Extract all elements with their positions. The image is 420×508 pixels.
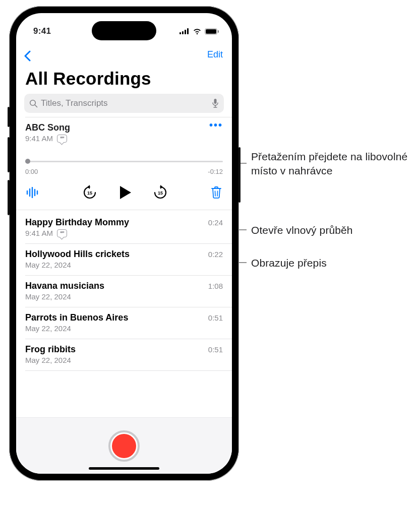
play-button[interactable] [118, 185, 132, 200]
playback-scrubber[interactable] [25, 157, 223, 170]
list-item[interactable]: Hollywood Hills crickets 0:22 May 22, 20… [16, 244, 232, 275]
scrubber-track [25, 161, 223, 162]
rewind-15-icon: 15 [82, 184, 98, 201]
callout-transcript: Obrazuje přepis [251, 256, 327, 270]
callout-drag: Přetažením přejdete na libovolné místo v… [251, 150, 412, 177]
item-duration: 0:51 [208, 345, 223, 354]
search-icon [29, 99, 38, 108]
status-time: 9:41 [33, 26, 51, 36]
svg-text:15: 15 [87, 190, 92, 196]
trash-icon [211, 186, 222, 199]
expanded-title: ABC Song [25, 122, 70, 133]
more-button[interactable]: ••• [209, 122, 223, 128]
record-button[interactable] [108, 430, 140, 462]
wifi-icon [193, 28, 202, 35]
svg-point-7 [30, 100, 36, 105]
item-meta: May 22, 2024 [25, 356, 71, 364]
search-field[interactable]: Titles, Transcripts [24, 94, 224, 113]
item-meta: 9:41 AM [25, 229, 53, 237]
side-button-power [238, 147, 241, 203]
item-meta: May 22, 2024 [25, 292, 71, 301]
dictation-icon[interactable] [212, 98, 219, 108]
scrubber-knob[interactable] [25, 159, 30, 164]
item-duration: 1:08 [208, 282, 223, 290]
rewind-15-button[interactable]: 15 [82, 184, 98, 201]
list-item[interactable]: Frog ribbits 0:51 May 22, 2024 [16, 339, 232, 370]
item-title: Havana musicians [25, 281, 104, 291]
item-title: Parrots in Buenos Aires [25, 312, 128, 323]
item-meta: May 22, 2024 [25, 324, 71, 333]
forward-15-icon: 15 [152, 184, 168, 201]
waveform-icon [26, 187, 39, 198]
back-button[interactable] [19, 48, 35, 64]
svg-rect-0 [179, 32, 181, 34]
item-title: Frog ribbits [25, 344, 76, 355]
item-title: Hollywood Hills crickets [25, 249, 130, 260]
transcript-icon[interactable]: ❝❞ [57, 135, 67, 143]
svg-rect-1 [182, 31, 184, 34]
expanded-meta: 9:41 AM [25, 134, 53, 143]
side-button-vol-up [8, 137, 10, 172]
playback-controls: 15 15 [25, 175, 223, 206]
side-button-vol-down [8, 180, 10, 215]
app-content: Edit All Recordings Titles, Transcripts … [16, 44, 232, 474]
item-duration: 0:22 [208, 250, 223, 259]
home-indicator[interactable] [89, 467, 159, 470]
iphone-frame: 9:41 Edit All Recordings Titles, Transcr… [9, 6, 239, 481]
svg-rect-9 [214, 99, 217, 104]
waveform-button[interactable] [26, 187, 39, 198]
search-placeholder: Titles, Transcripts [41, 98, 209, 108]
item-duration: 0:51 [208, 313, 223, 322]
recordings-list[interactable]: Happy Birthday Mommy 0:24 9:41 AM ❝❞ Hol… [16, 210, 232, 371]
page-title: All Recordings [16, 44, 232, 93]
callout-waveform: Otevře vlnový průběh [251, 223, 353, 237]
svg-text:15: 15 [158, 190, 163, 196]
list-item[interactable]: Happy Birthday Mommy 0:24 9:41 AM ❝❞ [16, 212, 232, 243]
screen: 9:41 Edit All Recordings Titles, Transcr… [16, 13, 232, 474]
battery-icon [205, 28, 219, 35]
side-button-silent [8, 107, 10, 127]
transcript-icon[interactable]: ❝❞ [57, 229, 67, 237]
edit-button[interactable]: Edit [207, 49, 223, 60]
svg-rect-6 [218, 30, 219, 33]
svg-rect-2 [185, 30, 186, 34]
dynamic-island [92, 21, 156, 40]
item-meta: May 22, 2024 [25, 261, 71, 269]
list-item[interactable]: Havana musicians 1:08 May 22, 2024 [16, 276, 232, 307]
separator [25, 370, 232, 371]
record-bar [16, 417, 232, 474]
forward-15-button[interactable]: 15 [152, 184, 168, 201]
list-item[interactable]: Parrots in Buenos Aires 0:51 May 22, 202… [16, 307, 232, 339]
delete-button[interactable] [211, 186, 222, 199]
svg-line-8 [35, 105, 37, 107]
chevron-left-icon [24, 50, 31, 61]
play-icon [118, 185, 132, 200]
item-duration: 0:24 [208, 218, 223, 227]
svg-rect-5 [206, 29, 216, 34]
record-dot-icon [112, 434, 136, 458]
item-title: Happy Birthday Mommy [25, 217, 129, 228]
cellular-icon [179, 28, 190, 34]
status-icons [179, 28, 219, 35]
svg-line-20 [217, 191, 218, 196]
svg-rect-3 [187, 28, 189, 34]
svg-line-19 [215, 191, 216, 196]
expanded-recording[interactable]: ABC Song ••• 9:41 AM ❝❞ 0:00 -0:12 [16, 117, 232, 210]
